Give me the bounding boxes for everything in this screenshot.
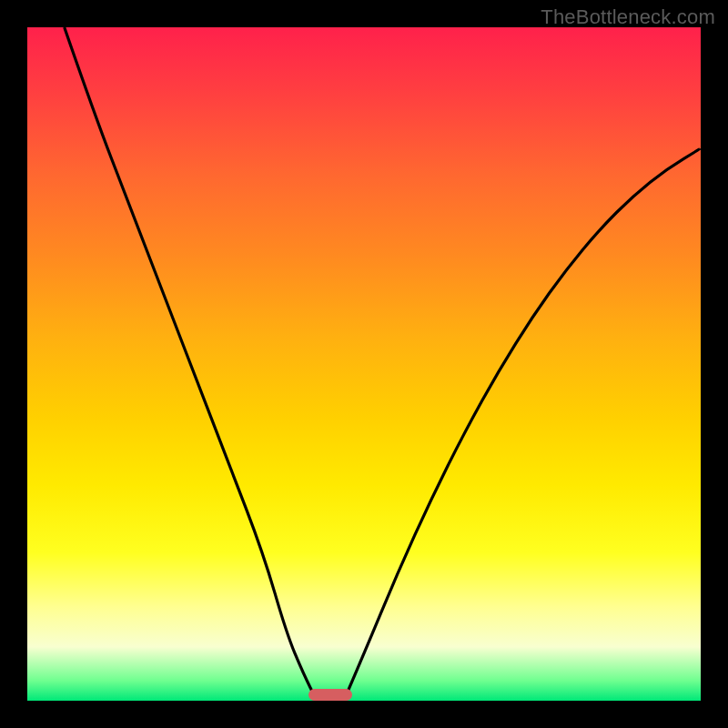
watermark-text: TheBottleneck.com — [541, 5, 715, 29]
left-curve — [65, 27, 318, 701]
right-curve — [344, 148, 701, 701]
chart-frame: TheBottleneck.com — [0, 0, 728, 728]
curves-svg — [27, 27, 701, 701]
minimum-marker — [308, 689, 352, 701]
plot-area — [27, 27, 701, 701]
